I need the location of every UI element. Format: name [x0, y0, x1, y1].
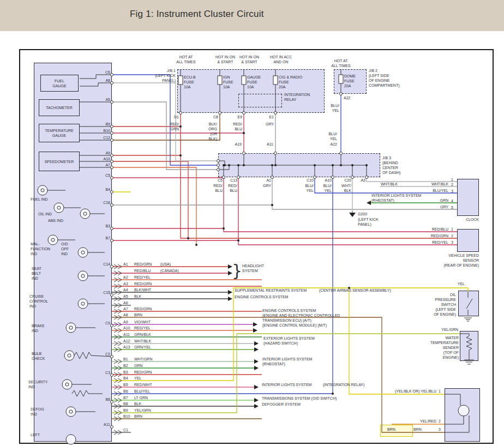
row-color-label: RED/YEL	[134, 275, 160, 280]
wire-row: A1RED/GRN(USA)	[123, 262, 171, 267]
clock-wire-4: GRN	[428, 198, 448, 203]
row-pin-label: B6	[123, 389, 134, 394]
callout-interior-lights-relay: INTERIOR LIGHTS SYSTEM	[262, 382, 311, 387]
row-color-label: RED/BLU	[134, 268, 160, 273]
jb3-wire-color: BLU/ YEL	[315, 183, 332, 193]
row-color-label: BRN	[134, 414, 160, 419]
wire-color-d1: RED/ GRN	[157, 122, 179, 131]
cluster-pin: B10	[97, 128, 110, 133]
jb3-pin: A10	[315, 178, 332, 183]
power-rail-label: HOT IN ON & START	[235, 55, 264, 64]
row-color-label: BRN	[134, 312, 160, 317]
wire-row: B8BLK	[123, 401, 160, 406]
jb3-wire-color: WHT/ BLK	[335, 183, 351, 193]
fuse-label-cig-radio: CIG & RADIO FUSE 20A	[279, 75, 302, 89]
clock-pin: 5	[451, 205, 455, 210]
wire-row: A9VIO/WHT	[123, 320, 160, 324]
indicator-label: MAL- FUNCTION IND	[31, 242, 50, 256]
row-pin-label: A4	[123, 287, 134, 292]
cluster-pin: B3	[97, 224, 110, 228]
power-rail-label: HOT AT ALL TIMES	[171, 55, 201, 64]
jb3-pin: C10	[297, 178, 314, 183]
cluster-pin: B9	[97, 122, 110, 126]
wiring-layer	[0, 0, 504, 446]
row-pin-label: A11	[123, 332, 134, 337]
pin-a22-out: A22	[344, 95, 350, 100]
bulb-pin-3: 3	[439, 427, 443, 432]
cluster-pin: C6	[97, 70, 110, 75]
row-color-label: RED/GRN	[134, 370, 160, 375]
wire-row: B6BLU/YEL	[123, 389, 160, 394]
clock-label: CLOCK	[458, 217, 479, 222]
jb3-wire-color: BLU/ YEL	[297, 183, 314, 193]
callout-engine-controls: ENGINE CONTROLS SYSTEM	[235, 294, 288, 299]
indicator-label: BULB CHECK	[32, 351, 45, 361]
row-note-label: (USA)	[160, 262, 171, 267]
clock-pin: 4	[451, 198, 455, 203]
junction-dots	[179, 125, 368, 395]
wire-row: C1	[123, 427, 160, 432]
fuse-label-gauge: GAUGE FUSE 10A	[247, 75, 261, 89]
callout-srs-2: (CENTER AIRBAG SENSOR ASSEMBLY)	[319, 288, 391, 293]
jb3-pin: C13	[221, 178, 237, 183]
cluster-pin: C9	[97, 321, 110, 326]
headlight-brace: }	[232, 261, 242, 280]
callout-exterior-lights: EXTERIOR LIGHTS SYSTEM (HAZARD SWITCH)	[263, 336, 315, 346]
row-pin-label: B10	[123, 414, 134, 419]
pin-a22-top: A22	[315, 142, 337, 147]
wire-row: A8BRN	[123, 312, 160, 317]
power-rail-label: HOT AT ALL TIMES	[326, 58, 356, 68]
cluster-pin: A7	[97, 162, 110, 167]
row-color-label: RED/GRN	[134, 262, 160, 267]
callout-interior-lights-relay-2: (INTEGRATION RELAY)	[323, 382, 364, 387]
clock-wire-whtblk-left: WHT/BLK	[381, 182, 398, 186]
bulb-pin-1: 1	[439, 389, 443, 394]
wire-row: A13GRN/YEL	[123, 345, 160, 349]
jb3-wire-color: RED/ BLU	[221, 183, 237, 193]
vss-pin: 1	[451, 227, 455, 232]
row-color-label: GRN/YEL	[134, 345, 160, 349]
row-color-label: RED/WHT	[134, 382, 160, 387]
wire-row: A12WHT/BLK	[123, 339, 160, 343]
bulb-wire-3-splice: BRN	[387, 427, 395, 432]
jb3-wire-color: GRY	[255, 183, 271, 188]
row-color-label: BLK	[134, 401, 160, 406]
cluster-pin: B8	[97, 397, 110, 402]
water-wire-label: YEL/GRN	[434, 327, 458, 332]
wire-row: A10RED/YEL	[123, 326, 160, 330]
wire-row: A6	[123, 300, 160, 305]
cluster-pin: A8	[97, 78, 110, 83]
power-rail-label: HOT IN ACC AND ON	[266, 55, 296, 64]
pin-e9: E9	[220, 114, 242, 119]
bulb-pin-2: 2	[439, 419, 443, 424]
clock-pin: 1	[451, 177, 455, 182]
wire-row: A2RED/YEL	[123, 275, 160, 280]
wire-red-grn	[112, 113, 457, 375]
row-pin-label: A6	[123, 300, 134, 305]
callout-interior-lights-rheostat: INTERIOR LIGHTS SYSTEM (RHEOSTAT)	[262, 357, 312, 366]
vss-wire: RED/BLU	[423, 227, 448, 232]
fuse-label-ign: IGN FUSE 10A	[223, 75, 233, 89]
row-color-label: WHT/BLK	[134, 339, 160, 343]
indicator-label: ABS IND	[48, 218, 63, 223]
pin-e1: E1	[252, 114, 274, 119]
clock-wire-2: WHT/BLK	[428, 182, 448, 186]
jb3-label: J/B 3 (BEHIND CENTER OF DASH)	[382, 155, 400, 175]
wire-row: RED/BLU(CANADA)	[123, 268, 179, 273]
callout-defogger: DEFOGGER SYSTEM	[262, 402, 301, 407]
callout-headlight: HEADLIGHT SYSTEM	[242, 263, 264, 273]
bulb-wire-3: BRN	[413, 427, 422, 432]
row-pin-label: A13	[123, 345, 134, 349]
cluster-pin: C2	[97, 352, 110, 357]
row-pin-label: A2	[123, 275, 134, 280]
wire-row: B1WHT/GRN	[123, 357, 160, 361]
cluster-pin: A5	[97, 97, 110, 102]
indicator-label: DEFOG IND	[31, 407, 44, 417]
indicator-label: BRAKE IND	[32, 323, 45, 333]
row-color-label: YEL/GRN	[134, 408, 160, 413]
bulb-wire-1: (YEL/BLK OR) YEL/BLU	[382, 389, 436, 394]
wire-row: A4BLK/WHT	[123, 287, 160, 292]
row-pin-label: B8	[123, 401, 134, 406]
row-pin-label: A12	[123, 339, 134, 343]
row-pin-label: A7	[123, 306, 134, 311]
